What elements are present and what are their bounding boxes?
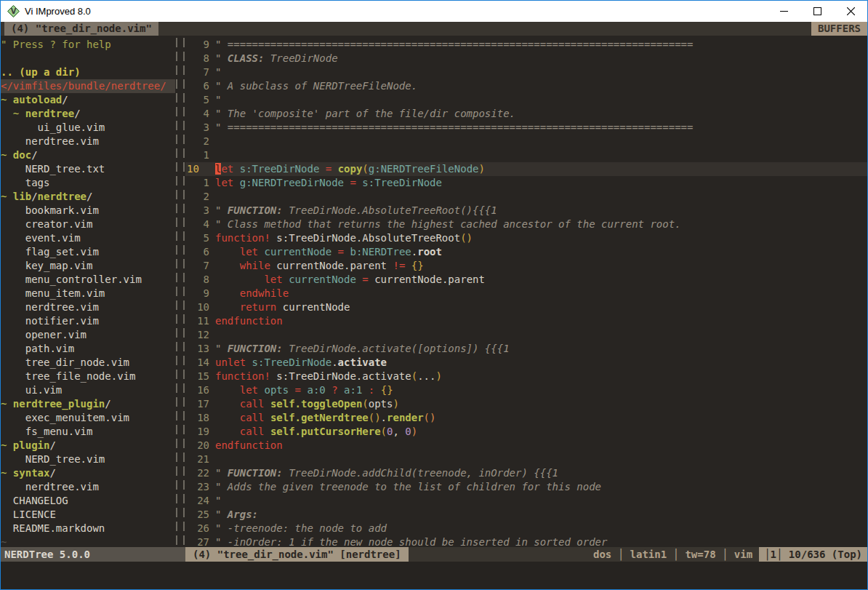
line-number: 22: [185, 466, 209, 480]
code-line-current[interactable]: 10let s:TreeDirNode = copy(g:NERDTreeFil…: [185, 162, 867, 176]
tree-help-item: " Press ? for help: [1, 38, 175, 52]
tree-file-item[interactable]: flag_set.vim: [1, 245, 175, 259]
tree-file-item[interactable]: creator.vim: [1, 218, 175, 231]
tree-dir-item[interactable]: ~ nerdtree_plugin/: [1, 397, 175, 411]
tree-dir-item[interactable]: ~ doc/: [1, 148, 175, 162]
code-line[interactable]: 9 endwhile: [185, 287, 867, 300]
tree-file-item[interactable]: menu_controller.vim: [1, 273, 175, 287]
line-number: 3: [185, 204, 209, 218]
code-line[interactable]: 24": [185, 494, 867, 508]
code-line[interactable]: 21: [185, 453, 867, 466]
tree-file-item[interactable]: notifier.vim: [1, 314, 175, 328]
tree-dir-item[interactable]: ~ syntax/: [1, 466, 175, 480]
code-line[interactable]: 11endfunction: [185, 314, 867, 328]
tree-file-item[interactable]: bookmark.vim: [1, 204, 175, 218]
tab-tree-dir-node[interactable]: (4) "tree_dir_node.vim": [4, 22, 158, 36]
code-line[interactable]: 10 return currentNode: [185, 300, 867, 314]
tree-file-item[interactable]: nerdtree.vim: [1, 480, 175, 494]
code-line[interactable]: 3" FUNCTION: TreeDirNode.AbsoluteTreeRoo…: [185, 204, 867, 218]
tree-dir-item[interactable]: ~ lib/nerdtree/: [1, 190, 175, 204]
tree-root-item[interactable]: </vimfiles/bundle/nerdtree/: [1, 79, 175, 93]
tree-file-item[interactable]: path.vim: [1, 342, 175, 356]
code-line[interactable]: 5": [185, 93, 867, 107]
tree-file-item[interactable]: LICENCE: [1, 508, 175, 522]
line-number: 15: [185, 370, 209, 383]
tree-file-item[interactable]: NERD_tree.txt: [1, 162, 175, 176]
code-line[interactable]: 15function! s:TreeDirNode.activate(...): [185, 370, 867, 383]
line-number: 9: [185, 38, 209, 52]
code-line[interactable]: 6 let currentNode = b:NERDTree.root: [185, 245, 867, 259]
code-line[interactable]: 1let g:NERDTreeDirNode = s:TreeDirNode: [185, 176, 867, 190]
code-line[interactable]: 2: [185, 135, 867, 148]
tree-file-item[interactable]: nerdtree.vim: [1, 135, 175, 148]
tree-file-item[interactable]: ui_glue.vim: [1, 121, 175, 135]
code-line[interactable]: 13" FUNCTION: TreeDirNode.activate([opti…: [185, 342, 867, 356]
tree-file-item[interactable]: opener.vim: [1, 328, 175, 342]
line-number: 6: [185, 245, 209, 259]
window-title: Vi IMproved 8.0: [25, 6, 767, 17]
tree-dir-item[interactable]: ~ nerdtree/: [1, 107, 175, 121]
tree-dir-item[interactable]: ~ plugin/: [1, 439, 175, 453]
code-line[interactable]: 26" -treenode: the node to add: [185, 522, 867, 535]
code-line[interactable]: 5function! s:TreeDirNode.AbsoluteTreeRoo…: [185, 231, 867, 245]
code-line[interactable]: 3" =====================================…: [185, 121, 867, 135]
code-line[interactable]: 12: [185, 328, 867, 342]
line-number: 21: [185, 453, 209, 466]
tree-blank-item: [1, 52, 175, 65]
code-line[interactable]: 7": [185, 65, 867, 79]
command-line[interactable]: [1, 562, 867, 589]
line-number: 24: [185, 494, 209, 508]
tree-file-item[interactable]: tags: [1, 176, 175, 190]
code-line[interactable]: 4" The 'composite' part of the file/dir …: [185, 107, 867, 121]
code-line[interactable]: 18 call self.getNerdtree().render(): [185, 411, 867, 425]
tabline-spacer: [158, 22, 811, 36]
code-line[interactable]: 20endfunction: [185, 439, 867, 453]
tree-filler-item: ~: [1, 535, 175, 547]
line-number: 1: [185, 148, 209, 162]
tree-file-item[interactable]: ui.vim: [1, 383, 175, 397]
line-number: 8: [185, 52, 209, 65]
tree-file-item[interactable]: CHANGELOG: [1, 494, 175, 508]
code-line[interactable]: 25" Args:: [185, 508, 867, 522]
tree-updir-item[interactable]: .. (up a dir): [1, 65, 175, 79]
tree-file-item[interactable]: fs_menu.vim: [1, 425, 175, 439]
tree-file-item[interactable]: README.markdown: [1, 522, 175, 535]
maximize-icon: [813, 7, 821, 15]
code-line[interactable]: 2: [185, 190, 867, 204]
code-line[interactable]: 6" A subclass of NERDTreeFileNode.: [185, 79, 867, 93]
tree-file-item[interactable]: exec_menuitem.vim: [1, 411, 175, 425]
code-line[interactable]: 9" =====================================…: [185, 38, 867, 52]
code-line[interactable]: 8" CLASS: TreeDirNode: [185, 52, 867, 65]
code-editor: 9" =====================================…: [185, 36, 867, 547]
tree-file-item[interactable]: menu_item.vim: [1, 287, 175, 300]
line-number: 8: [185, 273, 209, 287]
code-line[interactable]: 17 call self.toggleOpen(opts): [185, 397, 867, 411]
tree-file-item[interactable]: tree_file_node.vim: [1, 370, 175, 383]
code-line[interactable]: 27" -inOrder: 1 if the new node should b…: [185, 535, 867, 547]
vertical-split-separator[interactable]: [175, 36, 185, 547]
code-line[interactable]: 22" FUNCTION: TreeDirNode.addChild(treen…: [185, 466, 867, 480]
code-line[interactable]: 4" Class method that returns the highest…: [185, 218, 867, 231]
vim-app-icon: V: [7, 5, 20, 17]
tree-dir-item[interactable]: ~ autoload/: [1, 93, 175, 107]
main-area: " Press ? for help.. (up a dir)</vimfile…: [1, 36, 867, 547]
line-number: 1: [185, 176, 209, 190]
code-line[interactable]: 14unlet s:TreeDirNode.activate: [185, 356, 867, 370]
code-line[interactable]: 16 let opts = a:0 ? a:1 : {}: [185, 383, 867, 397]
code-line[interactable]: 8 let currentNode = currentNode.parent: [185, 273, 867, 287]
code-line[interactable]: 1: [185, 148, 867, 162]
close-button[interactable]: [834, 1, 867, 22]
tree-file-item[interactable]: event.vim: [1, 231, 175, 245]
statusline-fileinfo: dos │ latin1 │ tw=78 │ vim: [593, 547, 759, 562]
maximize-button[interactable]: [800, 1, 834, 22]
tree-file-item[interactable]: tree_dir_node.vim: [1, 356, 175, 370]
line-number: 12: [185, 328, 209, 342]
code-line[interactable]: 19 call self.putCursorHere(0, 0): [185, 425, 867, 439]
tree-file-item[interactable]: nerdtree.vim: [1, 300, 175, 314]
code-line[interactable]: 23" Adds the given treenode to the list …: [185, 480, 867, 494]
tree-file-item[interactable]: key_map.vim: [1, 259, 175, 273]
code-line[interactable]: 7 while currentNode.parent != {}: [185, 259, 867, 273]
minimize-button[interactable]: [767, 1, 800, 22]
tree-file-item[interactable]: NERD_tree.vim: [1, 453, 175, 466]
line-number: 19: [185, 425, 209, 439]
